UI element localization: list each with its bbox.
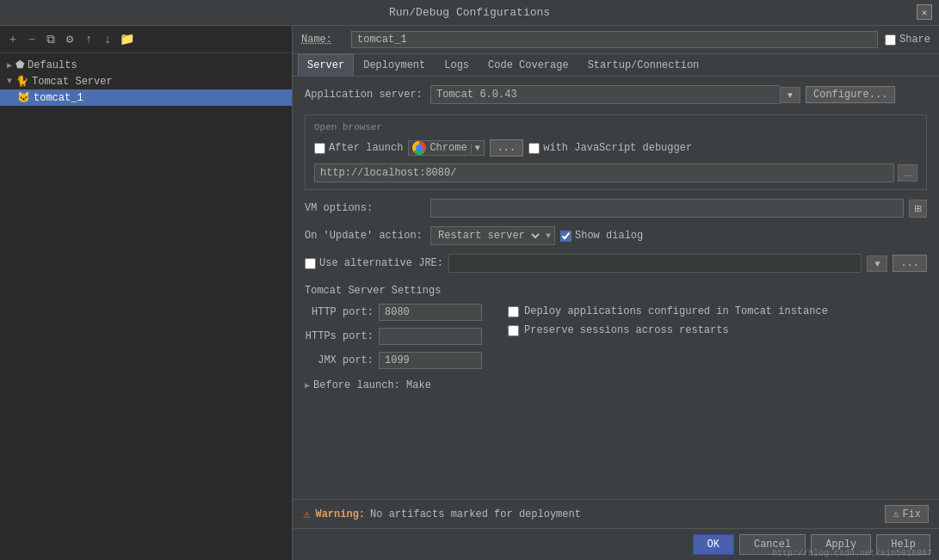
app-server-select-container: ▼ bbox=[430, 85, 800, 104]
alt-jre-input[interactable] bbox=[448, 254, 862, 273]
preserve-sessions-label: Preserve sessions across restarts bbox=[524, 324, 729, 336]
main-container: + − ⧉ ⚙ ↑ ↓ 📁 ▶ ⬟ Defaults ▼ 🐈 Tomcat Se… bbox=[0, 26, 939, 560]
https-port-input[interactable] bbox=[379, 328, 482, 345]
show-dialog-wrap: Show dialog bbox=[560, 230, 643, 242]
browser-label: Chrome bbox=[429, 142, 470, 154]
tabs-bar: Server Deployment Logs Code Coverage Sta… bbox=[293, 54, 939, 77]
tomcat-group-icon: 🐈 bbox=[15, 75, 28, 88]
warning-text: ⚠ Warning: No artifacts marked for deplo… bbox=[303, 507, 581, 521]
open-browser-label: Open browser bbox=[314, 122, 917, 132]
app-server-input[interactable] bbox=[430, 85, 780, 104]
name-row: Name: Share bbox=[293, 26, 939, 54]
fix-button[interactable]: ⚠ Fix bbox=[885, 505, 929, 523]
vm-options-btn[interactable]: ⊞ bbox=[909, 200, 927, 218]
after-launch-checkbox[interactable] bbox=[314, 143, 325, 154]
js-debugger-label: with JavaScript debugger bbox=[543, 142, 692, 154]
tab-server[interactable]: Server bbox=[298, 54, 354, 77]
http-port-input[interactable] bbox=[379, 304, 482, 321]
tomcat-settings-title: Tomcat Server Settings bbox=[305, 285, 927, 297]
port-column-left: HTTP port: HTTPs port: JMX port: bbox=[305, 304, 482, 369]
after-launch-checkbox-wrap: After launch bbox=[314, 142, 403, 154]
tree-item-tomcat1[interactable]: 🐱 tomcat_1 bbox=[0, 89, 292, 106]
down-button[interactable]: ↓ bbox=[100, 32, 115, 47]
warning-bar: ⚠ Warning: No artifacts marked for deplo… bbox=[293, 499, 939, 528]
update-select[interactable]: Restart server bbox=[431, 227, 542, 244]
tree-area: ▶ ⬟ Defaults ▼ 🐈 Tomcat Server 🐱 tomcat_… bbox=[0, 53, 292, 560]
browser-section: Open browser After launch Chrome ▼ bbox=[305, 114, 927, 190]
share-checkbox[interactable] bbox=[885, 34, 896, 46]
update-select-arrow: ▼ bbox=[542, 230, 554, 243]
jmx-port-label: JMX port: bbox=[305, 354, 374, 366]
copy-button[interactable]: ⧉ bbox=[43, 32, 59, 47]
ok-button[interactable]: OK bbox=[693, 534, 734, 555]
on-update-label: On 'Update' action: bbox=[305, 230, 425, 242]
title-bar: Run/Debug Configurations ✕ bbox=[0, 0, 939, 26]
tab-logs[interactable]: Logs bbox=[435, 54, 479, 77]
fix-label: Fix bbox=[902, 508, 921, 520]
vm-options-row: VM options: ⊞ bbox=[305, 199, 927, 218]
warning-icon: ⚠ bbox=[303, 507, 310, 521]
alt-jre-label: Use alternative JRE: bbox=[319, 257, 443, 269]
defaults-icon: ⬟ bbox=[15, 58, 24, 71]
alt-jre-checkbox-wrap: Use alternative JRE: bbox=[305, 257, 443, 269]
settings-button[interactable]: ⚙ bbox=[62, 32, 77, 47]
show-dialog-checkbox[interactable] bbox=[560, 231, 571, 242]
alt-jre-checkbox[interactable] bbox=[305, 258, 316, 269]
configure-button[interactable]: Configure... bbox=[806, 86, 895, 103]
before-launch: ▶ Before launch: Make bbox=[305, 379, 927, 391]
after-launch-label: After launch bbox=[329, 142, 403, 154]
folder-button[interactable]: 📁 bbox=[119, 32, 134, 47]
warning-bold: Warning: bbox=[315, 508, 365, 520]
on-update-row: On 'Update' action: Restart server ▼ Sho… bbox=[305, 226, 927, 245]
expand-arrow-tomcat: ▼ bbox=[7, 77, 12, 86]
js-debugger-wrap: with JavaScript debugger bbox=[528, 142, 692, 154]
share-label: Share bbox=[899, 34, 930, 46]
tomcat-settings: Tomcat Server Settings HTTP port: HTTPs … bbox=[305, 285, 927, 369]
js-debugger-checkbox[interactable] bbox=[528, 143, 540, 154]
preserve-sessions-option: Preserve sessions across restarts bbox=[508, 324, 828, 336]
watermark: http://blog.csdn.net/xin5016867 bbox=[772, 549, 932, 558]
expand-arrow: ▶ bbox=[7, 60, 12, 71]
tomcat-ports: HTTP port: HTTPs port: JMX port: bbox=[305, 304, 927, 369]
tab-deployment[interactable]: Deployment bbox=[354, 54, 435, 77]
share-area: Share bbox=[885, 34, 930, 46]
remove-button[interactable]: − bbox=[24, 32, 40, 47]
app-server-dropdown-btn[interactable]: ▼ bbox=[780, 87, 800, 103]
url-row: ... bbox=[314, 163, 917, 182]
app-server-label: Application server: bbox=[305, 89, 425, 101]
alt-jre-dropdown-btn[interactable]: ▼ bbox=[867, 255, 887, 272]
name-input[interactable] bbox=[351, 31, 878, 48]
add-button[interactable]: + bbox=[5, 32, 21, 47]
chrome-icon bbox=[412, 141, 426, 155]
alt-jre-more-btn[interactable]: ... bbox=[893, 255, 927, 272]
close-button[interactable]: ✕ bbox=[917, 4, 932, 20]
tab-startup-connection[interactable]: Startup/Connection bbox=[578, 54, 709, 77]
deploy-apps-label: Deploy applications configured in Tomcat… bbox=[524, 305, 828, 317]
http-port-label: HTTP port: bbox=[305, 306, 374, 318]
preserve-sessions-checkbox[interactable] bbox=[508, 325, 519, 336]
browser-dropdown-arrow[interactable]: ▼ bbox=[471, 144, 484, 153]
app-server-row: Application server: ▼ Configure... bbox=[305, 85, 927, 104]
tree-item-tomcat-server[interactable]: ▼ 🐈 Tomcat Server bbox=[0, 73, 292, 89]
fix-icon: ⚠ bbox=[893, 508, 899, 520]
url-more-btn[interactable]: ... bbox=[898, 164, 917, 182]
jmx-port-row: JMX port: bbox=[305, 352, 482, 369]
https-port-row: HTTPs port: bbox=[305, 328, 482, 345]
deploy-options: Deploy applications configured in Tomcat… bbox=[508, 304, 828, 369]
browser-more-btn[interactable]: ... bbox=[490, 139, 524, 157]
up-button[interactable]: ↑ bbox=[81, 32, 96, 47]
url-input[interactable] bbox=[314, 163, 894, 182]
tab-code-coverage[interactable]: Code Coverage bbox=[479, 54, 578, 77]
before-launch-header[interactable]: ▶ Before launch: Make bbox=[305, 379, 927, 391]
vm-options-label: VM options: bbox=[305, 202, 425, 214]
tomcat-item-icon: 🐱 bbox=[17, 91, 30, 104]
browser-selector[interactable]: Chrome ▼ bbox=[408, 140, 484, 156]
jmx-port-input[interactable] bbox=[379, 352, 482, 369]
chrome-inner-circle bbox=[416, 145, 423, 151]
http-port-row: HTTP port: bbox=[305, 304, 482, 321]
update-select-wrap[interactable]: Restart server ▼ bbox=[430, 226, 555, 245]
deploy-apps-checkbox[interactable] bbox=[508, 306, 519, 317]
tree-item-defaults[interactable]: ▶ ⬟ Defaults bbox=[0, 57, 292, 73]
vm-options-input[interactable] bbox=[430, 199, 904, 218]
https-port-label: HTTPs port: bbox=[305, 330, 374, 342]
